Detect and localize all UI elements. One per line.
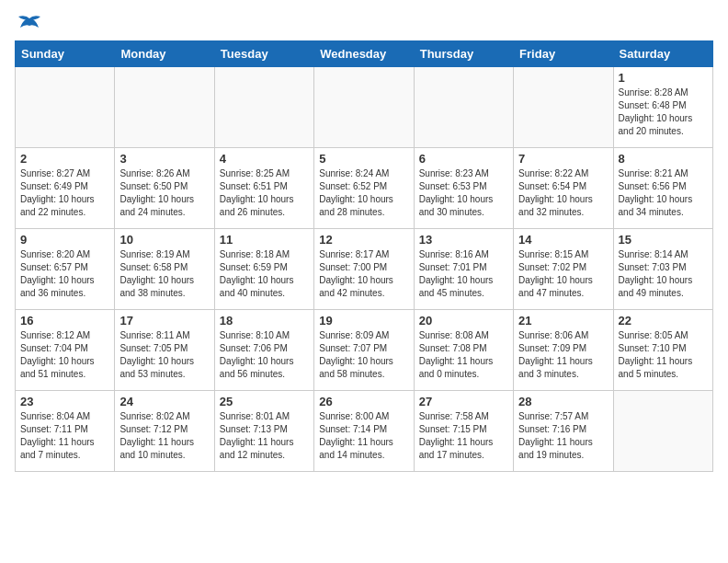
day-number: 7 [518,152,608,166]
calendar-cell [414,67,513,148]
logo [15,15,44,33]
calendar-table: SundayMondayTuesdayWednesdayThursdayFrid… [15,40,713,472]
day-number: 11 [220,233,309,247]
day-info: Sunrise: 7:57 AM Sunset: 7:16 PM Dayligh… [518,410,608,462]
day-info: Sunrise: 8:26 AM Sunset: 6:50 PM Dayligh… [119,167,209,219]
day-info: Sunrise: 8:21 AM Sunset: 6:56 PM Dayligh… [619,167,708,219]
calendar-cell [115,67,214,148]
day-number: 15 [619,233,708,247]
calendar-cell: 3Sunrise: 8:26 AM Sunset: 6:50 PM Daylig… [115,148,214,229]
day-number: 14 [518,233,608,247]
calendar-cell: 10Sunrise: 8:19 AM Sunset: 6:58 PM Dayli… [115,229,214,310]
day-number: 6 [419,152,508,166]
calendar-cell: 22Sunrise: 8:05 AM Sunset: 7:10 PM Dayli… [613,310,712,391]
calendar-week-2: 2Sunrise: 8:27 AM Sunset: 6:49 PM Daylig… [16,148,713,229]
day-info: Sunrise: 8:00 AM Sunset: 7:14 PM Dayligh… [319,410,408,462]
day-info: Sunrise: 8:23 AM Sunset: 6:53 PM Dayligh… [419,167,508,219]
calendar-cell: 16Sunrise: 8:12 AM Sunset: 7:04 PM Dayli… [16,310,115,391]
calendar-cell: 12Sunrise: 8:17 AM Sunset: 7:00 PM Dayli… [314,229,414,310]
day-info: Sunrise: 8:27 AM Sunset: 6:49 PM Dayligh… [20,167,109,219]
calendar-cell [214,67,313,148]
day-number: 9 [20,233,109,247]
weekday-header-friday: Friday [514,41,613,67]
calendar-cell: 23Sunrise: 8:04 AM Sunset: 7:11 PM Dayli… [16,391,115,472]
day-number: 10 [119,233,209,247]
calendar-cell: 25Sunrise: 8:01 AM Sunset: 7:13 PM Dayli… [214,391,313,472]
day-number: 25 [220,395,309,408]
calendar-cell [613,391,712,472]
day-info: Sunrise: 7:58 AM Sunset: 7:15 PM Dayligh… [419,410,508,462]
day-info: Sunrise: 8:10 AM Sunset: 7:06 PM Dayligh… [220,329,309,381]
day-number: 12 [319,233,408,247]
day-number: 4 [220,152,309,166]
weekday-header-monday: Monday [115,41,214,67]
day-info: Sunrise: 8:18 AM Sunset: 6:59 PM Dayligh… [220,248,309,300]
calendar-header-row: SundayMondayTuesdayWednesdayThursdayFrid… [16,41,713,67]
day-info: Sunrise: 8:17 AM Sunset: 7:00 PM Dayligh… [319,248,408,300]
day-number: 17 [119,314,209,327]
calendar-week-3: 9Sunrise: 8:20 AM Sunset: 6:57 PM Daylig… [16,229,713,310]
calendar-cell: 8Sunrise: 8:21 AM Sunset: 6:56 PM Daylig… [613,148,712,229]
day-number: 13 [419,233,508,247]
day-info: Sunrise: 8:04 AM Sunset: 7:11 PM Dayligh… [20,410,109,462]
day-number: 22 [619,314,708,327]
calendar-cell: 20Sunrise: 8:08 AM Sunset: 7:08 PM Dayli… [414,310,513,391]
weekday-header-sunday: Sunday [16,41,115,67]
calendar-cell [16,67,115,148]
day-info: Sunrise: 8:24 AM Sunset: 6:52 PM Dayligh… [319,167,408,219]
weekday-header-tuesday: Tuesday [214,41,313,67]
calendar-cell: 7Sunrise: 8:22 AM Sunset: 6:54 PM Daylig… [514,148,613,229]
day-info: Sunrise: 8:08 AM Sunset: 7:08 PM Dayligh… [419,329,508,381]
day-number: 28 [518,395,608,408]
weekday-header-wednesday: Wednesday [314,41,414,67]
day-number: 2 [20,152,109,166]
calendar-cell: 5Sunrise: 8:24 AM Sunset: 6:52 PM Daylig… [314,148,414,229]
day-info: Sunrise: 8:06 AM Sunset: 7:09 PM Dayligh… [518,329,608,381]
calendar-cell: 27Sunrise: 7:58 AM Sunset: 7:15 PM Dayli… [414,391,513,472]
day-info: Sunrise: 8:05 AM Sunset: 7:10 PM Dayligh… [619,329,708,381]
day-number: 18 [220,314,309,327]
day-number: 3 [119,152,209,166]
day-number: 26 [319,395,408,408]
calendar-cell: 13Sunrise: 8:16 AM Sunset: 7:01 PM Dayli… [414,229,513,310]
page-header [15,15,713,33]
calendar-cell: 26Sunrise: 8:00 AM Sunset: 7:14 PM Dayli… [314,391,414,472]
day-info: Sunrise: 8:28 AM Sunset: 6:48 PM Dayligh… [619,86,708,138]
calendar-week-1: 1Sunrise: 8:28 AM Sunset: 6:48 PM Daylig… [16,67,713,148]
day-number: 23 [20,395,109,408]
day-number: 24 [119,395,209,408]
day-number: 27 [419,395,508,408]
day-info: Sunrise: 8:16 AM Sunset: 7:01 PM Dayligh… [419,248,508,300]
day-number: 16 [20,314,109,327]
day-info: Sunrise: 8:15 AM Sunset: 7:02 PM Dayligh… [518,248,608,300]
day-info: Sunrise: 8:02 AM Sunset: 7:12 PM Dayligh… [119,410,209,462]
day-number: 19 [319,314,408,327]
calendar-cell: 2Sunrise: 8:27 AM Sunset: 6:49 PM Daylig… [16,148,115,229]
day-info: Sunrise: 8:19 AM Sunset: 6:58 PM Dayligh… [119,248,209,300]
calendar-cell: 17Sunrise: 8:11 AM Sunset: 7:05 PM Dayli… [115,310,214,391]
day-info: Sunrise: 8:01 AM Sunset: 7:13 PM Dayligh… [220,410,309,462]
day-info: Sunrise: 8:11 AM Sunset: 7:05 PM Dayligh… [119,329,209,381]
day-info: Sunrise: 8:12 AM Sunset: 7:04 PM Dayligh… [20,329,109,381]
calendar-cell: 1Sunrise: 8:28 AM Sunset: 6:48 PM Daylig… [613,67,712,148]
calendar-week-4: 16Sunrise: 8:12 AM Sunset: 7:04 PM Dayli… [16,310,713,391]
calendar-week-5: 23Sunrise: 8:04 AM Sunset: 7:11 PM Dayli… [16,391,713,472]
day-number: 5 [319,152,408,166]
calendar-cell: 28Sunrise: 7:57 AM Sunset: 7:16 PM Dayli… [514,391,613,472]
calendar-cell: 21Sunrise: 8:06 AM Sunset: 7:09 PM Dayli… [514,310,613,391]
calendar-cell: 4Sunrise: 8:25 AM Sunset: 6:51 PM Daylig… [214,148,313,229]
day-info: Sunrise: 8:22 AM Sunset: 6:54 PM Dayligh… [518,167,608,219]
logo-bird-icon [17,15,42,33]
weekday-header-thursday: Thursday [414,41,513,67]
calendar-cell: 9Sunrise: 8:20 AM Sunset: 6:57 PM Daylig… [16,229,115,310]
day-info: Sunrise: 8:25 AM Sunset: 6:51 PM Dayligh… [220,167,309,219]
day-number: 8 [619,152,708,166]
calendar-cell [514,67,613,148]
calendar-cell: 24Sunrise: 8:02 AM Sunset: 7:12 PM Dayli… [115,391,214,472]
calendar-cell [314,67,414,148]
calendar-cell: 19Sunrise: 8:09 AM Sunset: 7:07 PM Dayli… [314,310,414,391]
day-number: 20 [419,314,508,327]
day-number: 1 [619,71,708,85]
day-info: Sunrise: 8:09 AM Sunset: 7:07 PM Dayligh… [319,329,408,381]
day-info: Sunrise: 8:14 AM Sunset: 7:03 PM Dayligh… [619,248,708,300]
